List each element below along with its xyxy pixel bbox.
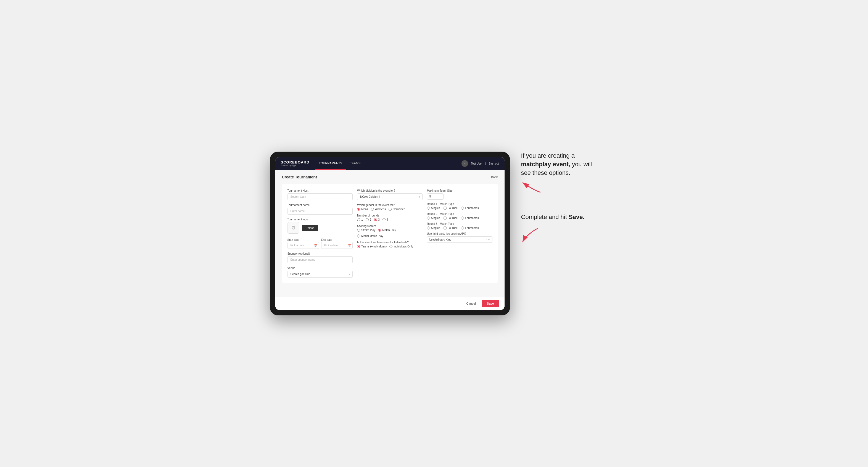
round2-singles-radio[interactable] xyxy=(427,217,430,220)
save-button[interactable]: Save xyxy=(482,300,499,307)
teams-individuals-radio[interactable] xyxy=(390,245,393,248)
form-left-section: Tournament Host Tournament name Tourname… xyxy=(287,189,353,278)
tournament-logo-group: Tournament logo 🖼 Upload xyxy=(287,218,353,234)
round1-foursomes-option[interactable]: Foursomes xyxy=(461,207,479,210)
round3-foursomes-radio[interactable] xyxy=(461,226,464,229)
tournament-logo-label: Tournament logo xyxy=(287,218,353,221)
arrow-bottom-svg xyxy=(521,227,543,244)
round-4-option[interactable]: 4 xyxy=(382,218,388,221)
navbar: SCOREBOARD Powered by clippit TOURNAMENT… xyxy=(275,157,504,170)
round1-singles-radio[interactable] xyxy=(427,207,430,210)
round-1-option[interactable]: 1 xyxy=(357,218,363,221)
annotation-bottom-text1: Complete and hit xyxy=(521,214,569,220)
date-row: Start date 📅 End date xyxy=(287,237,353,249)
nav-link-teams[interactable]: TEAMS xyxy=(346,157,364,170)
round-2-radio[interactable] xyxy=(366,218,369,221)
pipe-separator: | xyxy=(485,162,486,165)
venue-label: Venue xyxy=(287,267,353,270)
annotation-top-bold: matchplay event, xyxy=(521,161,570,168)
start-date-group: Start date 📅 xyxy=(287,237,319,249)
round1-fourball-option[interactable]: Fourball xyxy=(443,207,458,210)
round2-fourball-option[interactable]: Fourball xyxy=(443,217,458,220)
tournament-name-input[interactable] xyxy=(287,208,353,215)
gender-womens-radio[interactable] xyxy=(371,208,374,211)
nav-link-tournaments[interactable]: TOURNAMENTS xyxy=(315,157,346,170)
scoring-label: Scoring system xyxy=(357,224,423,227)
division-label: Which division is the event for? xyxy=(357,189,423,192)
nav-right: T Test User | Sign out xyxy=(462,160,499,167)
gender-womens-option[interactable]: Womens xyxy=(371,208,386,211)
round-3-label: 3 xyxy=(378,218,380,221)
annotations-panel: If you are creating a matchplay event, y… xyxy=(521,152,598,244)
arrow-top xyxy=(521,180,598,194)
division-group: Which division is the event for? NCAA Di… xyxy=(357,189,423,200)
round1-fourball-radio[interactable] xyxy=(443,207,446,210)
gender-combined-radio[interactable] xyxy=(389,208,392,211)
scoring-stroke-radio[interactable] xyxy=(357,229,360,232)
round-1-radio[interactable] xyxy=(357,218,360,221)
round3-foursomes-label: Foursomes xyxy=(465,226,479,229)
gender-label: Which gender is the event for? xyxy=(357,204,423,207)
rounds-label: Number of rounds xyxy=(357,214,423,217)
round3-singles-label: Singles xyxy=(431,226,440,229)
date-group: Start date 📅 End date xyxy=(287,237,353,249)
teams-individuals-option[interactable]: Individuals Only xyxy=(390,245,413,248)
end-date-group: End date 📅 xyxy=(321,237,353,249)
round1-foursomes-radio[interactable] xyxy=(461,207,464,210)
tournament-host-input[interactable] xyxy=(287,193,353,200)
upload-button[interactable]: Upload xyxy=(302,225,318,231)
scoring-medal-option[interactable]: Medal Match Play xyxy=(357,235,383,238)
rounds-group: Number of rounds 1 2 xyxy=(357,214,423,221)
start-date-label: Start date xyxy=(287,238,299,241)
tournament-name-label: Tournament name xyxy=(287,204,353,207)
teams-teams-radio[interactable] xyxy=(357,245,360,248)
venue-select[interactable]: Search golf club xyxy=(287,271,353,278)
teams-label: Is this event for Teams and/or Individua… xyxy=(357,241,423,244)
scoring-match-option[interactable]: Match Play xyxy=(378,229,396,232)
create-tournament-form: Tournament Host Tournament name Tourname… xyxy=(282,184,498,283)
round1-singles-option[interactable]: Singles xyxy=(427,207,440,210)
cancel-button[interactable]: Cancel xyxy=(463,300,479,307)
round-3-option[interactable]: 3 xyxy=(374,218,380,221)
annotation-top-text1: If you are creating a xyxy=(521,152,575,159)
api-close-icon[interactable]: × ▾ xyxy=(486,238,490,241)
division-select[interactable]: NCAA Division I xyxy=(357,193,423,200)
annotation-top: If you are creating a matchplay event, y… xyxy=(521,152,598,177)
back-link[interactable]: ← Back xyxy=(487,175,498,179)
round-2-option[interactable]: 2 xyxy=(366,218,371,221)
round-3-radio[interactable] xyxy=(374,218,377,221)
gender-combined-option[interactable]: Combined xyxy=(389,208,405,211)
round3-fourball-radio[interactable] xyxy=(443,226,446,229)
api-group: Use third-party live scoring API? Leader… xyxy=(427,232,492,243)
page-title: Create Tournament xyxy=(282,175,317,179)
round3-singles-radio[interactable] xyxy=(427,226,430,229)
gender-mens-label: Mens xyxy=(361,208,368,211)
round3-fourball-option[interactable]: Fourball xyxy=(443,226,458,229)
gender-mens-option[interactable]: Mens xyxy=(357,208,368,211)
gender-womens-label: Womens xyxy=(375,208,386,211)
scoring-medal-radio[interactable] xyxy=(357,235,360,238)
round2-fourball-radio[interactable] xyxy=(443,217,446,220)
scoring-stroke-option[interactable]: Stroke Play xyxy=(357,229,375,232)
tournament-host-label: Tournament Host xyxy=(287,189,353,192)
round2-foursomes-radio[interactable] xyxy=(461,217,464,220)
round3-foursomes-option[interactable]: Foursomes xyxy=(461,226,479,229)
round2-singles-option[interactable]: Singles xyxy=(427,217,440,220)
max-team-size-input[interactable] xyxy=(427,193,443,200)
tablet-frame: SCOREBOARD Powered by clippit TOURNAMENT… xyxy=(270,152,510,315)
round-4-radio[interactable] xyxy=(382,218,385,221)
gender-mens-radio[interactable] xyxy=(357,208,360,211)
gender-group: Which gender is the event for? Mens Wome… xyxy=(357,204,423,211)
round1-match-type-options: Singles Fourball Foursomes xyxy=(427,207,492,210)
api-label: Use third-party live scoring API? xyxy=(427,232,492,235)
tournament-host-group: Tournament Host xyxy=(287,189,353,200)
page-header: Create Tournament ← Back xyxy=(282,175,498,179)
scoring-match-radio[interactable] xyxy=(378,229,381,232)
round2-foursomes-option[interactable]: Foursomes xyxy=(461,217,479,220)
signout-link[interactable]: Sign out xyxy=(489,162,499,165)
round3-singles-option[interactable]: Singles xyxy=(427,226,440,229)
round-4-label: 4 xyxy=(386,218,388,221)
sponsor-input[interactable] xyxy=(287,256,353,263)
teams-teams-option[interactable]: Teams (+Individuals) xyxy=(357,245,386,248)
gender-combined-label: Combined xyxy=(393,208,405,211)
